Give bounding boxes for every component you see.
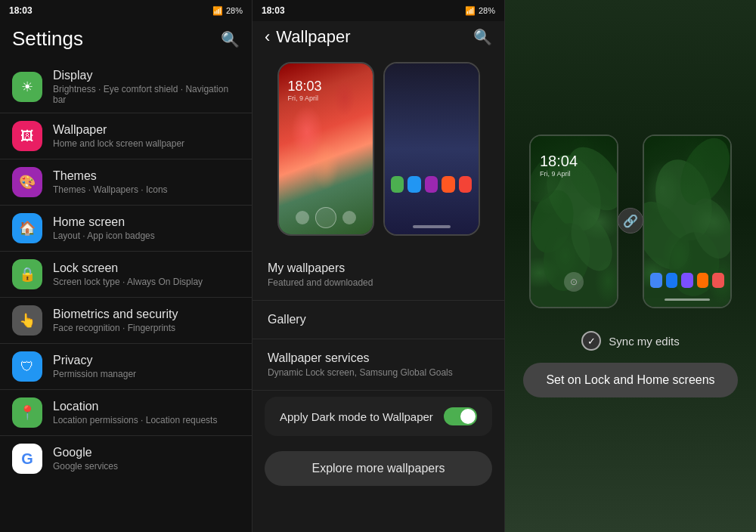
lock-screen-preview[interactable]: 18:03 Fri, 9 April: [277, 62, 374, 236]
lock-title: Lock screen: [53, 261, 240, 275]
location-subtitle: Location permissions · Location requests: [53, 415, 240, 425]
home-title: Home screen: [53, 215, 240, 229]
home-screen-preview[interactable]: [383, 62, 480, 236]
dark-mode-row: Apply Dark mode to Wallpaper: [265, 397, 492, 436]
app-4: [697, 273, 709, 288]
display-subtitle: Brightness · Eye comfort shield · Naviga…: [53, 84, 240, 105]
explore-wallpapers-button[interactable]: Explore more wallpapers: [265, 451, 492, 486]
google-subtitle: Google services: [53, 461, 240, 472]
w-signal-icon: 📶: [465, 6, 476, 16]
my-wallpapers-option[interactable]: My wallpapers Featured and downloaded: [253, 249, 504, 301]
settings-title: Settings: [12, 27, 83, 51]
large-lock-time: 18:04 Fri, 9 April: [540, 153, 578, 178]
settings-item-home[interactable]: 🏠 Home screen Layout · App icon badges: [0, 206, 252, 252]
lock-icon: 🔒: [12, 259, 42, 289]
wallpaper-services-subtitle: Dynamic Lock screen, Samsung Global Goal…: [268, 367, 489, 378]
link-chain-icon: 🔗: [618, 208, 643, 234]
privacy-text: Privacy Permission manager: [53, 354, 240, 379]
wallpaper-subtitle: Home and lock screen wallpaper: [53, 138, 240, 149]
wallpaper-header-left: ‹ Wallpaper: [265, 27, 351, 47]
lock-dot-center: [315, 207, 336, 228]
settings-item-location[interactable]: 📍 Location Location permissions · Locati…: [0, 390, 252, 436]
settings-header: Settings 🔍: [0, 21, 252, 58]
gallery-option[interactable]: Gallery: [253, 301, 504, 339]
gallery-title: Gallery: [268, 313, 489, 326]
app-3: [681, 273, 693, 288]
biometrics-icon: 👆: [12, 305, 42, 336]
wallpaper-panel: 18:03 📶 28% ‹ Wallpaper 🔍 18:03 Fri, 9 A…: [252, 0, 504, 532]
settings-search-icon[interactable]: 🔍: [221, 30, 240, 48]
settings-item-biometrics[interactable]: 👆 Biometrics and security Face recogniti…: [0, 298, 252, 344]
settings-item-lock[interactable]: 🔒 Lock screen Screen lock type · Always …: [0, 252, 252, 298]
signal-icon: 📶: [212, 6, 223, 16]
dark-mode-label: Apply Dark mode to Wallpaper: [280, 410, 433, 423]
privacy-title: Privacy: [53, 354, 240, 367]
display-icon: ☀: [12, 72, 42, 102]
app-2: [666, 273, 678, 288]
settings-panel: 18:03 📶 28% Settings 🔍 ☀ Display Brightn…: [0, 0, 252, 532]
large-home-apps: [644, 273, 730, 288]
dark-mode-toggle[interactable]: [444, 407, 477, 425]
settings-status-bar: 18:03 📶 28%: [0, 0, 252, 21]
wallpaper-page-title: Wallpaper: [276, 27, 350, 47]
wallpaper-battery: 📶 28%: [465, 6, 495, 16]
home-icon: 🏠: [12, 213, 42, 243]
settings-item-themes[interactable]: 🎨 Themes Themes · Wallpapers · Icons: [0, 159, 252, 206]
home-nav-indicator: [665, 298, 710, 301]
lock-dot-right: [342, 211, 356, 224]
set-on-screens-button[interactable]: Set on Lock and Home screens: [523, 363, 737, 397]
large-lock-home-indicator: ⊙: [564, 272, 584, 292]
large-lock-preview[interactable]: 18:04 Fri, 9 April ⊙: [529, 135, 618, 308]
biometrics-text: Biometrics and security Face recognition…: [53, 308, 240, 333]
app-dot-4: [442, 176, 455, 193]
settings-item-google[interactable]: G Google Google services: [0, 436, 252, 481]
google-title: Google: [53, 446, 240, 459]
wallpaper-text: Wallpaper Home and lock screen wallpaper: [53, 123, 240, 149]
app-1: [650, 273, 662, 288]
privacy-subtitle: Permission manager: [53, 369, 240, 379]
settings-item-wallpaper[interactable]: 🖼 Wallpaper Home and lock screen wallpap…: [0, 113, 252, 159]
home-nav-bar: [413, 225, 451, 228]
google-text: Google Google services: [53, 446, 240, 472]
location-text: Location Location permissions · Location…: [53, 400, 240, 425]
wallpaper-icon: 🖼: [12, 121, 42, 151]
large-lock-date: Fri, 9 April: [540, 170, 578, 178]
settings-item-display[interactable]: ☀ Display Brightness · Eye comfort shiel…: [0, 61, 252, 113]
sync-row: ✓ Sync my edits: [581, 331, 679, 351]
app-5: [712, 273, 724, 288]
display-text: Display Brightness · Eye comfort shield …: [53, 69, 240, 105]
wallpaper-status-bar: 18:03 📶 28%: [253, 0, 504, 21]
wallpaper-previews: 18:03 Fri, 9 April: [253, 54, 504, 243]
wallpaper-header: ‹ Wallpaper 🔍: [253, 21, 504, 54]
preview-panel: 18:04 Fri, 9 April ⊙: [504, 0, 756, 532]
wallpaper-services-option[interactable]: Wallpaper services Dynamic Lock screen, …: [253, 339, 504, 391]
lock-subtitle: Screen lock type · Always On Display: [53, 277, 240, 287]
wallpaper-search-icon[interactable]: 🔍: [473, 28, 492, 46]
lock-preview-time: 18:03 Fri, 9 April: [288, 79, 322, 102]
back-button[interactable]: ‹: [265, 27, 270, 47]
google-icon: G: [12, 444, 42, 474]
themes-text: Themes Themes · Wallpapers · Icons: [53, 169, 240, 195]
lock-text: Lock screen Screen lock type · Always On…: [53, 261, 240, 287]
large-lock-bottom: ⊙: [531, 272, 617, 292]
sync-checkbox[interactable]: ✓: [581, 331, 601, 351]
display-title: Display: [53, 69, 240, 82]
toggle-knob: [460, 409, 476, 424]
settings-time: 18:03: [9, 5, 33, 16]
home-bottom-bar: [385, 225, 479, 228]
app-dot-1: [391, 176, 404, 193]
large-home-preview[interactable]: [643, 135, 732, 308]
biometrics-subtitle: Face recognition · Fingerprints: [53, 323, 240, 333]
biometrics-title: Biometrics and security: [53, 308, 240, 321]
wallpaper-options-list: My wallpapers Featured and downloaded Ga…: [253, 243, 504, 532]
settings-item-privacy[interactable]: 🛡 Privacy Permission manager: [0, 344, 252, 390]
home-apps-row: [391, 176, 472, 193]
wallpaper-title: Wallpaper: [53, 123, 240, 137]
my-wallpapers-subtitle: Featured and downloaded: [268, 277, 489, 288]
themes-title: Themes: [53, 169, 240, 183]
app-dot-2: [407, 176, 421, 193]
home-screen-bg: [385, 63, 479, 234]
wallpaper-time: 18:03: [262, 5, 285, 16]
my-wallpapers-title: My wallpapers: [268, 261, 489, 275]
home-text: Home screen Layout · App icon badges: [53, 215, 240, 241]
